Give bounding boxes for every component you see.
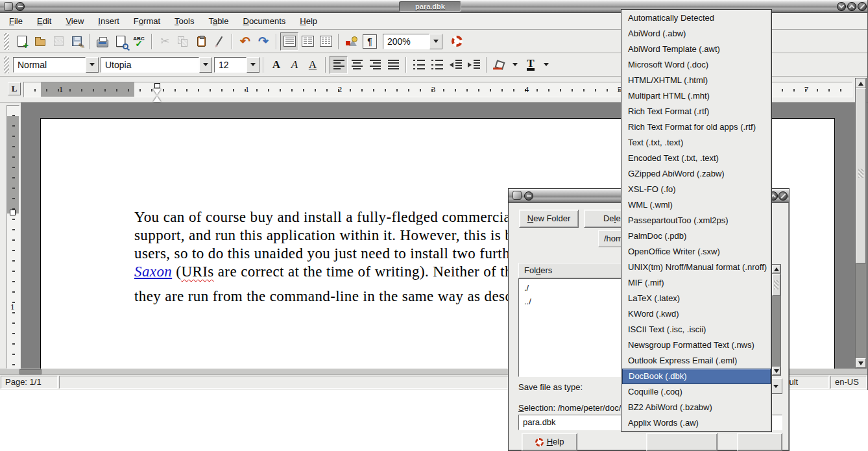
file-format-option[interactable]: Rich Text Format for old apps (.rtf)	[622, 119, 771, 135]
file-format-option[interactable]: Applix Words (.aw)	[622, 415, 771, 431]
bold-button[interactable]: A	[267, 56, 285, 74]
menu-item[interactable]: Table	[203, 14, 237, 29]
menu-item[interactable]: Edit	[32, 14, 60, 29]
print-preview-button[interactable]	[112, 32, 130, 51]
two-column-view-button[interactable]	[298, 32, 317, 51]
files-list-scrollbar[interactable]	[771, 264, 781, 376]
italic-button[interactable]: A	[285, 56, 304, 74]
scroll-up-button[interactable]	[856, 79, 866, 88]
format-painter-button[interactable]	[210, 32, 228, 51]
align-right-button[interactable]	[366, 56, 384, 74]
file-format-option[interactable]: MIF (.mif)	[622, 275, 771, 291]
underline-button[interactable]: A	[304, 56, 322, 74]
file-format-option[interactable]: Coquille (.coq)	[622, 384, 771, 400]
one-column-view-button[interactable]	[280, 32, 298, 51]
new-document-button[interactable]: +	[13, 32, 31, 51]
toolbar-drag-handle[interactable]	[4, 56, 9, 73]
menu-item[interactable]: Documents	[238, 14, 295, 29]
menu-item[interactable]: File	[4, 14, 32, 29]
dialog-menu-button[interactable]	[524, 191, 533, 201]
show-formatting-marks-button[interactable]: ¶	[361, 32, 379, 51]
scroll-up-button[interactable]	[772, 265, 780, 273]
font-color-dropdown[interactable]	[540, 57, 553, 73]
insert-symbol-button[interactable]	[343, 32, 361, 51]
file-format-option[interactable]: OpenOffice Writer (.sxw)	[622, 244, 771, 260]
file-format-option[interactable]: HTML/XHTML (.html)	[622, 73, 771, 88]
dialog-help-button[interactable]: Help	[522, 433, 577, 451]
save-as-button[interactable]: ✎	[67, 32, 86, 51]
numbered-list-button[interactable]	[410, 56, 428, 74]
spellcheck-button[interactable]: ABC✓	[130, 32, 148, 51]
three-column-view-button[interactable]	[317, 32, 335, 51]
file-format-option[interactable]: LaTeX (.latex)	[622, 291, 771, 306]
file-format-option[interactable]: Multipart HTML (.mht)	[622, 88, 771, 104]
help-button[interactable]	[448, 32, 466, 51]
file-format-option[interactable]: KWord (.kwd)	[622, 306, 771, 322]
file-format-option[interactable]: ISCII Text (.isc, .iscii)	[622, 322, 771, 337]
minimize-button[interactable]	[837, 2, 846, 11]
file-format-option[interactable]: Encoded Text (.txt, .text)	[622, 151, 771, 166]
file-format-option[interactable]: Text (.txt, .text)	[622, 135, 771, 151]
menu-item[interactable]: Tools	[169, 14, 203, 29]
window-menu-button[interactable]	[16, 2, 25, 11]
dialog-close-button[interactable]	[778, 191, 788, 201]
scroll-down-button[interactable]	[772, 367, 780, 375]
align-left-button[interactable]	[330, 56, 348, 74]
vertical-scrollbar[interactable]	[855, 78, 867, 369]
bullet-list-button[interactable]	[428, 56, 446, 74]
files-scrollbar-thumb[interactable]	[772, 274, 780, 296]
file-format-option[interactable]: Newsgroup Formatted Text (.nws)	[622, 337, 771, 353]
hyperlink[interactable]: Saxon	[134, 263, 172, 280]
style-dropdown-button[interactable]	[86, 57, 99, 73]
file-format-option[interactable]: PassepartoutToo (.xml2ps)	[622, 213, 771, 228]
file-format-option[interactable]: Microsoft Word (.doc)	[622, 57, 771, 73]
menu-item[interactable]: Help	[295, 14, 326, 29]
top-margin-marker[interactable]	[10, 210, 16, 215]
open-button[interactable]	[31, 32, 49, 51]
file-format-option[interactable]: DocBook (.dbk)	[622, 369, 771, 384]
menu-item[interactable]: View	[60, 14, 93, 29]
horizontal-scrollbar-thumb[interactable]	[19, 369, 42, 374]
file-format-option[interactable]: AbiWord Template (.awt)	[622, 42, 771, 57]
vertical-scrollbar-thumb[interactable]	[856, 88, 866, 263]
file-format-option[interactable]: PalmDoc (.pdb)	[622, 228, 771, 244]
file-format-option[interactable]: XSL-FO (.fo)	[622, 182, 771, 197]
zoom-value[interactable]: 200%	[383, 34, 429, 49]
font-color-button[interactable]: T	[522, 56, 540, 74]
print-button[interactable]	[93, 32, 112, 51]
maximize-button[interactable]	[847, 2, 856, 11]
font-size-dropdown-button[interactable]	[247, 57, 259, 73]
align-center-button[interactable]	[348, 56, 366, 74]
vertical-ruler[interactable]: 1	[6, 105, 19, 369]
zoom-dropdown-button[interactable]	[429, 34, 442, 49]
undo-button[interactable]: ↶	[236, 32, 254, 51]
scroll-down-button[interactable]	[856, 358, 866, 368]
highlight-color-dropdown[interactable]	[509, 57, 522, 73]
redo-button[interactable]: ↷	[254, 32, 272, 51]
menu-item[interactable]: Format	[128, 14, 169, 29]
new-folder-button[interactable]: New Folder	[519, 210, 579, 228]
file-format-option[interactable]: GZipped AbiWord (.zabw)	[622, 166, 771, 182]
increase-indent-button[interactable]	[464, 56, 483, 74]
file-format-option[interactable]: BZ2 AbiWord (.bzabw)	[622, 400, 771, 415]
file-format-option[interactable]: AbiWord (.abw)	[622, 26, 771, 42]
file-format-option[interactable]: Rich Text Format (.rtf)	[622, 104, 771, 119]
tab-stop-selector[interactable]: L	[8, 82, 21, 95]
file-format-option[interactable]: Outlook Express Email (.eml)	[622, 353, 771, 369]
ok-button[interactable]	[646, 433, 717, 451]
file-format-option[interactable]: WML (.wml)	[622, 197, 771, 213]
font-dropdown-button[interactable]	[199, 57, 212, 73]
style-value[interactable]: Normal	[13, 57, 86, 73]
file-format-option[interactable]: Automatically Detected	[622, 10, 771, 26]
decrease-indent-button[interactable]	[446, 56, 464, 74]
file-format-option[interactable]: UNIX(tm) Nroff/Manual format (.nroff)	[622, 260, 771, 275]
font-size-value[interactable]: 12	[214, 57, 247, 73]
toolbar-drag-handle[interactable]	[4, 33, 9, 50]
align-justify-button[interactable]	[384, 56, 402, 74]
highlight-color-button[interactable]	[490, 56, 509, 74]
menu-item[interactable]: Insert	[93, 14, 128, 29]
cancel-button[interactable]	[737, 433, 782, 451]
font-value[interactable]: Utopia	[101, 57, 199, 73]
close-button[interactable]	[858, 2, 867, 11]
paste-button[interactable]	[192, 32, 210, 51]
